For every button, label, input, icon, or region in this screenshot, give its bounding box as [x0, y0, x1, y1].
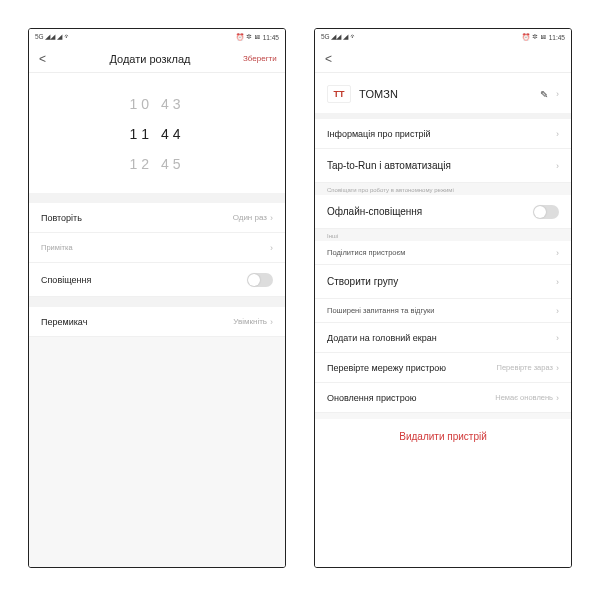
row-device-info[interactable]: Інформація про пристрій › — [315, 119, 571, 149]
row-create-group[interactable]: Створити групу › — [315, 265, 571, 299]
section-note-offline: Сповіщати про роботу в автономному режим… — [315, 183, 571, 195]
device-logo-icon: TT — [327, 85, 351, 103]
row-label: Поширені запитання та відгуки — [327, 306, 434, 315]
row-note[interactable]: Примітка › — [29, 233, 285, 263]
picker-next: 12 45 — [29, 149, 285, 179]
row-label: Створити групу — [327, 276, 398, 287]
row-updates[interactable]: Оновлення пристрою Немає оновлень › — [315, 383, 571, 413]
toggle-off[interactable] — [247, 273, 273, 287]
row-label: Оновлення пристрою — [327, 393, 416, 403]
chevron-right-icon: › — [556, 161, 559, 171]
chevron-right-icon: › — [556, 393, 559, 403]
row-label: Поділитися пристроєм — [327, 248, 405, 257]
chevron-right-icon: › — [556, 129, 559, 139]
back-button[interactable]: < — [325, 52, 343, 66]
device-header[interactable]: TT TOMЗN ✎ › — [315, 73, 571, 113]
row-automation[interactable]: Tap-to-Run і автоматизація › — [315, 149, 571, 183]
status-time: 11:45 — [549, 34, 565, 41]
page-title: Додати розклад — [57, 53, 243, 65]
row-value: Немає оновлень — [495, 393, 553, 402]
row-label: Офлайн-сповіщення — [327, 206, 422, 217]
row-label: Повторіть — [41, 213, 82, 223]
row-label: Tap-to-Run і автоматизація — [327, 160, 451, 171]
chevron-right-icon: › — [556, 248, 559, 258]
status-right: ⏰ ✲ 🖭 11:45 — [236, 33, 279, 41]
row-notify[interactable]: Сповіщення — [29, 263, 285, 297]
row-label: Інформація про пристрій — [327, 129, 431, 139]
device-name: TOMЗN — [359, 88, 532, 100]
picker-prev: 10 43 — [29, 89, 285, 119]
time-picker[interactable]: 10 43 11 44 12 45 — [29, 73, 285, 193]
remove-device-button[interactable]: Видалити пристрій — [315, 419, 571, 454]
status-bar: 5G ◢◢ ◢ ᯤ ⏰ ✲ 🖭 11:45 — [315, 29, 571, 45]
row-label: Перемикач — [41, 317, 87, 327]
status-time: 11:45 — [263, 34, 279, 41]
row-label: Сповіщення — [41, 275, 91, 285]
chevron-right-icon: › — [556, 277, 559, 287]
status-right: ⏰ ✲ 🖭 11:45 — [522, 33, 565, 41]
chevron-right-icon: › — [270, 213, 273, 223]
row-label: Додати на головний екран — [327, 333, 437, 343]
phone-add-schedule: 5G ◢◢ ◢ ᯤ ⏰ ✲ 🖭 11:45 < Додати розклад З… — [28, 28, 286, 568]
status-icons: ⏰ ✲ 🖭 — [522, 33, 547, 41]
row-label: Примітка — [41, 243, 73, 252]
chevron-right-icon: › — [556, 306, 559, 316]
edit-icon[interactable]: ✎ — [540, 89, 548, 100]
row-share[interactable]: Поділитися пристроєм › — [315, 241, 571, 265]
app-header: < Додати розклад Зберегти — [29, 45, 285, 73]
row-home-screen[interactable]: Додати на головний екран › — [315, 323, 571, 353]
row-label: Перевірте мережу пристрою — [327, 363, 446, 373]
row-value: Один раз — [233, 213, 267, 222]
chevron-right-icon: › — [270, 317, 273, 327]
status-left: 5G ◢◢ ◢ ᯤ — [321, 33, 357, 41]
chevron-right-icon: › — [556, 89, 559, 99]
status-bar: 5G ◢◢ ◢ ᯤ ⏰ ✲ 🖭 11:45 — [29, 29, 285, 45]
toggle-off[interactable] — [533, 205, 559, 219]
row-switch[interactable]: Перемикач Увімкніть › — [29, 307, 285, 337]
picker-selected: 11 44 — [29, 119, 285, 149]
row-offline-notify[interactable]: Офлайн-сповіщення — [315, 195, 571, 229]
row-repeat[interactable]: Повторіть Один раз › — [29, 203, 285, 233]
back-button[interactable]: < — [39, 52, 57, 66]
save-button[interactable]: Зберегти — [243, 54, 275, 63]
row-value: Перевірте зараз — [497, 363, 553, 372]
chevron-right-icon: › — [556, 363, 559, 373]
app-header: < — [315, 45, 571, 73]
chevron-right-icon: › — [270, 243, 273, 253]
row-check-network[interactable]: Перевірте мережу пристрою Перевірте зара… — [315, 353, 571, 383]
phone-device-settings: 5G ◢◢ ◢ ᯤ ⏰ ✲ 🖭 11:45 < TT TOMЗN ✎ › Інф… — [314, 28, 572, 568]
status-icons: ⏰ ✲ 🖭 — [236, 33, 261, 41]
row-value: Увімкніть — [233, 317, 267, 326]
chevron-right-icon: › — [556, 333, 559, 343]
status-left: 5G ◢◢ ◢ ᯤ — [35, 33, 71, 41]
section-note-other: Інші — [315, 229, 571, 241]
row-faq[interactable]: Поширені запитання та відгуки › — [315, 299, 571, 323]
